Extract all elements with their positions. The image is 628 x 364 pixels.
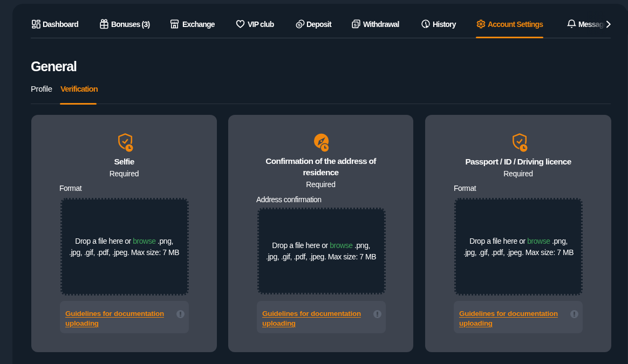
svg-text:S: S — [354, 23, 357, 28]
svg-text:S: S — [298, 23, 301, 28]
